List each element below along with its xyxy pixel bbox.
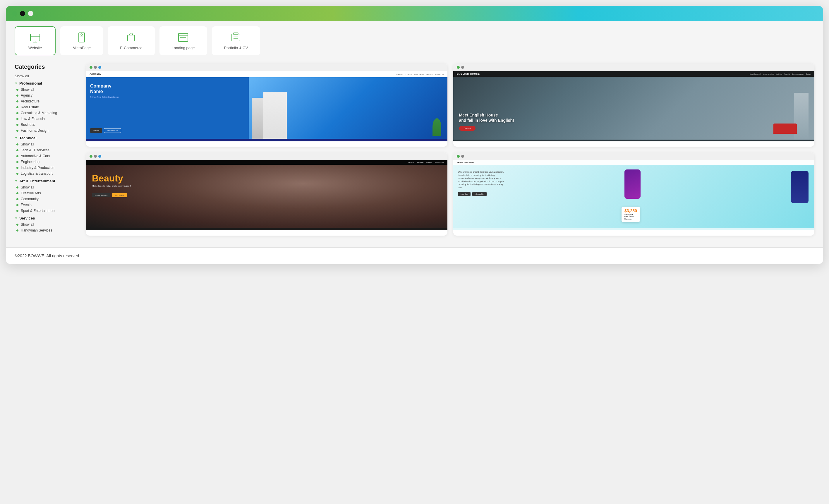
template-card-company[interactable]: COMPANY About us Offering Core Values Ou…	[86, 64, 447, 147]
tab-ecommerce-label: E-Commerce	[120, 46, 143, 50]
sidebar-item-architecture[interactable]: Architecture	[16, 98, 79, 104]
browser-window: Website MicroPage E-Commerce	[6, 6, 823, 264]
tab-micropage[interactable]: MicroPage	[60, 26, 103, 55]
chevron-professional: ▼	[14, 82, 17, 85]
tab-website[interactable]: Website	[14, 26, 56, 55]
sidebar-item-services-showall[interactable]: Show all	[16, 222, 79, 227]
card3-title: Beauty	[92, 174, 132, 183]
card1-btn1: Offering	[90, 128, 102, 133]
sidebar-item-sport[interactable]: Sport & Entertainment	[16, 208, 79, 214]
card1-content: CompanyName Private Real Estate Investme…	[86, 77, 249, 139]
sidebar-section-header-art[interactable]: ▼ Art & Entertainment	[14, 179, 79, 183]
card4-desc: Write why users should download your app…	[458, 171, 505, 189]
card4-nav: APP DOWNLOAD	[453, 160, 815, 165]
save-card: $3,250 Save yourtime & LessExpense	[621, 207, 640, 222]
tab-portfolio[interactable]: Portfolio & CV	[212, 26, 260, 55]
sidebar-item-techit[interactable]: Tech & IT services	[16, 147, 79, 153]
dot-green-beauty	[89, 155, 93, 158]
card3-btn1: ONLINE BOOKING	[92, 193, 110, 197]
footer-text: ©2022 BOWWE. All rights reserved.	[14, 253, 80, 258]
dot-blue-beauty	[98, 155, 101, 158]
sidebar-section-art: ▼ Art & Entertainment Show all Creative …	[14, 179, 79, 214]
sidebar-art-items: Show all Creative Arts Community Events …	[16, 184, 79, 214]
sidebar-services-items: Show all Handyman Services	[16, 222, 79, 233]
tab-landingpage[interactable]: Landing page	[159, 26, 207, 55]
sidebar-section-technical: ▼ Technical Show all Tech & IT services …	[14, 136, 79, 177]
sidebar: Categories Show all ▼ Professional Show …	[14, 64, 79, 236]
card-dots-app	[453, 152, 815, 160]
sidebar-item-community[interactable]: Community	[16, 196, 79, 202]
card1-btn2: Invest with us	[104, 128, 121, 133]
card4-hero: Write why users should download your app…	[453, 165, 815, 228]
sidebar-item-industry[interactable]: Industry & Production	[16, 165, 79, 171]
card3-nav: Services Pricelist Gallery Promotions	[86, 160, 447, 165]
card1-logo: COMPANY	[89, 73, 101, 75]
chevron-art: ▼	[14, 179, 17, 183]
card1-title: CompanyName	[90, 83, 245, 94]
tab-website-label: Website	[28, 46, 42, 50]
card-dots-beauty	[86, 152, 447, 160]
template-grid: COMPANY About us Offering Core Values Ou…	[86, 64, 815, 236]
sidebar-item-agency[interactable]: Agency	[16, 93, 79, 98]
card3-bg	[86, 165, 447, 228]
dot-green-english	[457, 66, 460, 69]
sidebar-item-handyman[interactable]: Handyman Services	[16, 227, 79, 233]
sidebar-item-art-showall[interactable]: Show all	[16, 184, 79, 190]
dot-gray-app	[461, 155, 464, 158]
dot-green-app	[457, 155, 460, 158]
dot-gray-english	[461, 66, 464, 69]
micropage-icon	[76, 32, 87, 43]
dot-green	[12, 11, 17, 16]
chevron-technical: ▼	[14, 136, 17, 140]
sidebar-item-realestate[interactable]: Real Estate	[16, 104, 79, 110]
tab-ecommerce[interactable]: E-Commerce	[108, 26, 155, 55]
template-card-englishhouse[interactable]: ENGLISH HOUSE About the school Learning …	[453, 64, 815, 147]
tab-portfolio-label: Portfolio & CV	[224, 46, 248, 50]
browser-titlebar	[6, 6, 823, 21]
dot-gray-company	[94, 66, 97, 69]
sidebar-section-services: ▼ Services Show all Handyman Services	[14, 216, 79, 233]
building2	[263, 92, 287, 139]
sidebar-section-header-technical[interactable]: ▼ Technical	[14, 136, 79, 140]
card1-subtitle: Private Real Estate Investments	[90, 96, 245, 98]
template-card-app[interactable]: APP DOWNLOAD Write why users should down…	[453, 152, 815, 236]
card-preview-beauty: Services Pricelist Gallery Promotions Be…	[86, 160, 447, 230]
card4-phones: $3,250 Save yourtime & LessExpense	[616, 165, 815, 228]
template-card-beauty[interactable]: Services Pricelist Gallery Promotions Be…	[86, 152, 447, 236]
card-preview-app: APP DOWNLOAD Write why users should down…	[453, 160, 815, 230]
chevron-services: ▼	[14, 217, 17, 220]
sidebar-item-consulting[interactable]: Consulting & Marketing	[16, 110, 79, 116]
sidebar-item-fashion[interactable]: Fashion & Design	[16, 128, 79, 134]
sidebar-item-engineering[interactable]: Engineering	[16, 159, 79, 165]
phone-back	[791, 171, 808, 203]
sidebar-item-creativearts[interactable]: Creative Arts	[16, 190, 79, 196]
sidebar-item-automotive[interactable]: Automotive & Cars	[16, 153, 79, 159]
card-preview-company: COMPANY About us Offering Core Values Ou…	[86, 71, 447, 141]
sidebar-section-header-professional[interactable]: ▼ Professional	[14, 81, 79, 85]
sidebar-section-header-services[interactable]: ▼ Services	[14, 216, 79, 220]
sidebar-section-label-art: Art & Entertainment	[19, 179, 55, 183]
svg-rect-14	[232, 34, 240, 41]
sidebar-show-all[interactable]: Show all	[14, 74, 79, 78]
card3-hero: Beauty Make time to relax and enjoy your…	[86, 165, 447, 228]
card1-image	[249, 77, 447, 139]
dot-blue-company	[98, 66, 101, 69]
dot-white	[28, 11, 33, 16]
card2-text: Meet English Houseand fall in love with …	[459, 112, 514, 131]
card1-buttons: Offering Invest with us	[90, 128, 245, 133]
sidebar-item-business[interactable]: Business	[16, 122, 79, 128]
main-layout: Categories Show all ▼ Professional Show …	[6, 61, 823, 244]
app-store-btn: ⬇ App Store	[458, 192, 471, 196]
portfolio-icon	[230, 32, 242, 43]
browser-content: Website MicroPage E-Commerce	[6, 21, 823, 264]
sidebar-professional-items: Show all Agency Architecture Real Estate…	[16, 86, 79, 134]
sidebar-item-logistics[interactable]: Logistics & transport	[16, 171, 79, 177]
sidebar-item-professional-showall[interactable]: Show all	[16, 86, 79, 93]
sidebar-item-events[interactable]: Events	[16, 202, 79, 208]
sidebar-item-technical-showall[interactable]: Show all	[16, 141, 79, 147]
card3-content: Beauty Make time to relax and enjoy your…	[92, 174, 132, 197]
tab-micropage-label: MicroPage	[73, 46, 91, 50]
sidebar-item-law[interactable]: Law & Financial	[16, 116, 79, 122]
tabs-bar: Website MicroPage E-Commerce	[6, 21, 823, 61]
card2-nav: ENGLISH HOUSE About the school Learning …	[453, 71, 815, 77]
